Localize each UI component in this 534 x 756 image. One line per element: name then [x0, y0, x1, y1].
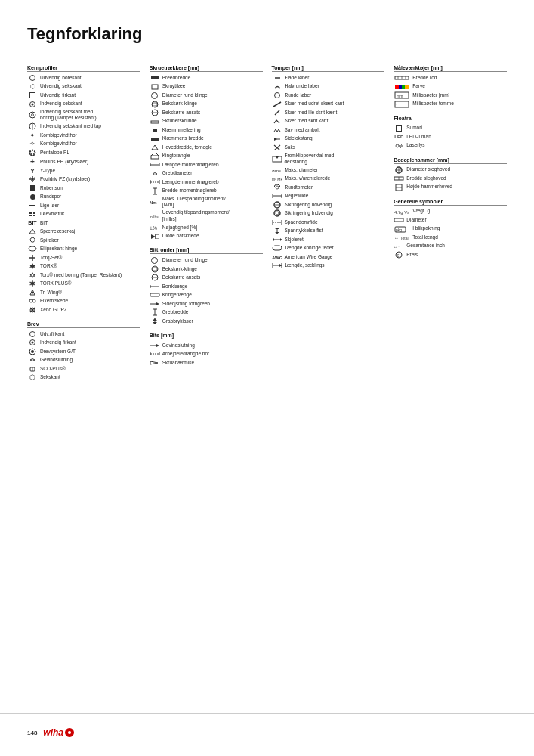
bekskoerre-ansats2-icon — [150, 274, 160, 281]
diode-icon — [150, 233, 160, 239]
svg-text:€: € — [397, 253, 400, 258]
kringerlange-icon — [150, 292, 160, 298]
pozidriv-icon — [27, 175, 38, 183]
millispocter-tomme-icon: " — [394, 101, 410, 108]
bekskoerk-klinge-icon — [150, 101, 160, 108]
list-item: Sikringering Indvendig — [272, 209, 385, 217]
list-item: Robertson — [27, 184, 140, 192]
list-item: Bekskørre ansats — [150, 274, 263, 281]
sidelokstang-icon — [272, 135, 282, 143]
sideojsning-icon — [150, 301, 160, 307]
kombigevindthor-icon: ✦ — [27, 132, 38, 139]
list-item: Y Y-Type — [27, 167, 140, 175]
list-item: Borrklænge — [150, 283, 263, 290]
svg-point-0 — [29, 112, 35, 118]
phillips-icon: + — [27, 157, 38, 166]
klaemmens-bredde-icon — [150, 137, 160, 141]
laengde-momentnoglereb-icon — [150, 163, 160, 167]
list-item: ±% Nøjagtighed [%] — [150, 224, 263, 231]
list-item: Grebbredde — [150, 308, 263, 316]
dia-sleghoved-icon — [394, 166, 404, 174]
list-item: ↔" Gesamtance inch — [394, 243, 507, 250]
section-title-bittromler: Bittromler [mm] — [150, 247, 263, 254]
section-title-brev: Brev — [27, 321, 140, 328]
scoplus-icon — [27, 366, 38, 372]
list-item: Drevsystem G/T — [27, 348, 140, 355]
section-generelle: Generelle symboler 4.7g Vægt. g Vægt. g … — [394, 199, 507, 259]
list-item: ✧ Kombigevindthor — [27, 140, 140, 147]
list-item: Hoveddredde, tornegle — [150, 144, 263, 151]
maks-diameter-icon: ⌀ms — [272, 168, 282, 172]
list-item: Bredde sleghoved — [394, 175, 507, 182]
list-item: Indvendig sekskant medboring (Tamper Res… — [27, 109, 140, 122]
torx-icon — [27, 262, 38, 270]
svg-point-28 — [32, 291, 34, 293]
footer: 148 wiha — [27, 727, 507, 738]
list-item: Diameter — [394, 216, 507, 224]
list-item: TORX PLUS® — [27, 280, 140, 287]
svg-point-7 — [33, 153, 35, 155]
kingtorangle-icon — [150, 153, 160, 160]
list-item: mm Millispøcter [mm] — [394, 91, 507, 99]
borrklange-icon — [150, 284, 160, 289]
spaendomrfide-icon — [272, 219, 282, 225]
list-item: Saks — [272, 144, 385, 151]
list-item: Spærrelæserkaj — [27, 228, 140, 235]
svg-text:4.7g Vægt. g: 4.7g Vægt. g — [394, 210, 409, 215]
pentalobe-icon — [27, 149, 38, 156]
svg-point-106 — [276, 212, 279, 215]
list-item: Skruberskrunde — [150, 118, 263, 125]
vaegt-icon: 4.7g Vægt. g — [394, 209, 410, 215]
svg-rect-73 — [150, 293, 159, 296]
ellipsekant-icon — [27, 246, 38, 252]
svg-rect-129 — [405, 85, 409, 89]
svg-marker-81 — [153, 322, 157, 324]
bredde-rod-icon — [394, 75, 410, 81]
spanrtykkelse-icon — [272, 227, 282, 234]
led-luman-icon: LED — [394, 135, 404, 139]
list-item: Neglewilde — [272, 192, 385, 200]
list-item: Skruabærmike — [150, 359, 263, 367]
svg-point-99 — [276, 186, 279, 189]
column-2: Skruetrækkere [nm] Breedbredde Skruytilæ… — [150, 65, 263, 374]
svg-rect-127 — [399, 85, 402, 89]
laengde-saeklings-icon — [272, 262, 282, 268]
sumari-icon — [394, 125, 404, 132]
list-item: Sidelokstang — [272, 135, 385, 143]
svg-rect-17 — [29, 215, 32, 216]
svg-rect-15 — [29, 212, 32, 214]
svg-text:↔": ↔" — [394, 245, 400, 249]
list-item: Diameter sleghoved — [394, 166, 507, 174]
svg-line-90 — [275, 110, 279, 115]
sikringering-indvendig-icon — [272, 209, 282, 217]
bredde-momentnoglereb-icon — [150, 187, 160, 195]
column-4: Måleværktøjer [nm] Bredde rod Farve mm — [394, 65, 507, 266]
indvendig-sekskant-icon — [27, 101, 38, 107]
list-item: TORX® — [27, 262, 140, 270]
torxplus-icon — [27, 280, 38, 287]
maks-tilspandingsmoment-icon: Nm — [150, 198, 160, 206]
svg-marker-87 — [150, 361, 158, 364]
svg-point-25 — [32, 274, 34, 276]
list-item: € Preis — [394, 251, 507, 259]
list-item: + Phillips PH (krydsløer) — [27, 157, 140, 166]
grebdiameter-icon — [150, 171, 160, 177]
list-item: m² Mks Maks. v/arentelerede — [272, 175, 385, 182]
svg-marker-63 — [151, 234, 156, 239]
svg-point-20 — [29, 246, 36, 251]
section-title-generelle: Generelle symboler — [394, 199, 507, 206]
svg-rect-16 — [33, 212, 35, 214]
total-laengd-icon: ↔Total — [394, 234, 410, 240]
list-item: Klæmmmellæring — [150, 126, 263, 134]
section-title-tomper: Tomper [nm] — [272, 65, 385, 72]
hoveddredde-icon — [150, 144, 160, 150]
diameter-icon — [394, 217, 404, 223]
svg-rect-68 — [153, 268, 157, 271]
list-item: pkg I blikpakning — [394, 225, 507, 233]
list-item: Pozidriv PZ (krydsløer) — [27, 175, 140, 183]
svg-rect-41 — [153, 103, 157, 106]
list-item: Grebdiameter — [150, 170, 263, 178]
list-item: Spiralær — [27, 237, 140, 244]
triwing-icon — [27, 289, 38, 296]
list-item: Bredde momentnøglereb — [150, 187, 263, 195]
